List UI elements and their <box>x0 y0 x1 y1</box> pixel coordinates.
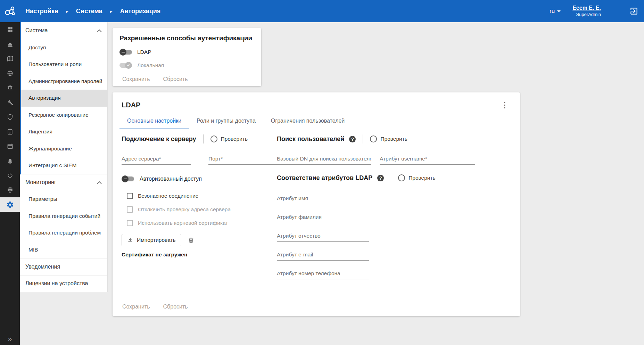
rail-item-map[interactable] <box>0 51 20 66</box>
sidebar-item-parameters[interactable]: Параметры <box>20 191 107 208</box>
ldap-tabs: Основные настройки Роли и группы доступа… <box>113 113 520 129</box>
language-selector[interactable]: ru <box>550 8 561 15</box>
delete-certificate-button[interactable] <box>188 237 195 244</box>
rail-item-infrastructure[interactable] <box>0 81 20 95</box>
rail-item-web[interactable] <box>0 66 20 81</box>
first-name-attribute-input[interactable] <box>277 191 369 204</box>
sidebar-section-device-licenses[interactable]: Лицензии на устройства <box>20 275 107 292</box>
wrench-icon <box>7 99 14 106</box>
breadcrumb-arrow-icon: ► <box>109 9 113 14</box>
attr-mapping-title: Соответствие атрибутов LDAP <box>277 174 372 182</box>
rail-item-power[interactable] <box>0 168 20 183</box>
download-icon <box>127 237 133 243</box>
sidebar-section-monitoring[interactable]: Мониторинг <box>20 174 107 191</box>
save-button[interactable]: Сохранить <box>122 302 151 311</box>
logout-icon <box>629 7 638 16</box>
certificate-import-row: Импортировать <box>122 234 276 246</box>
sidebar: Система Доступ Пользователи и роли Админ… <box>20 22 108 292</box>
rail-item-calendar[interactable] <box>0 139 20 154</box>
ldap-toggle[interactable] <box>119 50 132 55</box>
last-name-attribute-input[interactable] <box>277 210 369 223</box>
authorized-access-toggle[interactable] <box>122 176 134 181</box>
breadcrumb-authorization[interactable]: Авторизация <box>120 8 161 15</box>
logout-button[interactable] <box>629 7 638 16</box>
sidebar-item-mib[interactable]: MIB <box>20 241 107 258</box>
kebab-menu-icon[interactable]: ⋮ <box>499 101 510 109</box>
disable-address-check-checkbox <box>127 206 133 213</box>
printer-icon <box>7 187 14 194</box>
secure-connection-checkbox[interactable] <box>127 193 133 199</box>
port-input[interactable] <box>208 151 278 165</box>
phone-attribute-input[interactable] <box>277 266 369 279</box>
root-certificate-row: Использовать корневой сертификат <box>122 216 276 230</box>
ldap-card-title: LDAP <box>122 101 140 109</box>
username-attribute-input[interactable] <box>380 151 475 165</box>
help-icon[interactable]: ? <box>349 136 356 142</box>
sidebar-item-siem-integration[interactable]: Интеграция с SIEM <box>20 157 107 174</box>
connection-checkboxes: Безопасное соединение Отключить проверку… <box>122 189 276 230</box>
disable-address-check-row: Отключить проверку адреса сервера <box>122 203 276 216</box>
sidebar-item-license[interactable]: Лицензия <box>20 123 107 140</box>
sidebar-item-users-roles[interactable]: Пользователи и роли <box>20 56 107 73</box>
sidebar-item-backup[interactable]: Резервное копирование <box>20 107 107 124</box>
attr-mapping-fields <box>277 191 499 279</box>
base-dn-input[interactable] <box>277 151 371 165</box>
email-attribute-input[interactable] <box>277 247 369 261</box>
rail-item-alerts[interactable] <box>0 37 20 51</box>
rail-item-settings[interactable] <box>0 197 20 212</box>
rail-item-devices[interactable] <box>0 183 20 197</box>
sidebar-item-problem-rules[interactable]: Правила генерации проблем <box>20 224 107 241</box>
rail-item-notifications[interactable] <box>0 154 20 168</box>
rail-item-dashboard[interactable] <box>0 22 20 37</box>
sidebar-item-password-admin[interactable]: Администрирование паролей <box>20 73 107 90</box>
rail-item-security[interactable] <box>0 110 20 124</box>
tab-roles-groups[interactable]: Роли и группы доступа <box>189 113 263 129</box>
authorized-access-row: Авторизованный доступ <box>122 174 276 184</box>
breadcrumb-system[interactable]: Система <box>76 8 102 15</box>
server-address-input[interactable] <box>122 151 191 165</box>
sidebar-section-label: Лицензии на устройства <box>25 280 88 287</box>
user-menu[interactable]: Eccm E. E. SuperAdmin <box>572 5 601 17</box>
rail-item-tasks[interactable] <box>0 124 20 139</box>
breadcrumb-settings[interactable]: Настройки <box>25 8 58 15</box>
trash-icon <box>188 237 195 244</box>
tab-main-settings[interactable]: Основные настройки <box>119 113 189 129</box>
help-icon[interactable]: ? <box>377 175 384 181</box>
connection-check-label: Проверить <box>221 136 248 142</box>
shield-icon <box>7 114 14 121</box>
user-name[interactable]: Eccm E. E. <box>572 5 601 11</box>
alerts-icon <box>7 41 14 48</box>
middle-name-attribute-input[interactable] <box>277 229 369 242</box>
rail-expand-button[interactable]: » <box>0 335 20 343</box>
attr-mapping-check-radio[interactable] <box>398 174 405 181</box>
sidebar-item-access[interactable]: Доступ <box>20 39 107 56</box>
connection-check-radio[interactable] <box>210 135 217 142</box>
gear-icon <box>6 201 14 208</box>
sidebar-section-notifications[interactable]: Уведомления <box>20 258 107 275</box>
connection-header: Подключение к серверу Проверить <box>122 131 276 147</box>
reset-button[interactable]: Сбросить <box>163 302 189 311</box>
toggle-minus-icon <box>122 175 129 182</box>
calendar-icon <box>7 143 14 150</box>
auth-card-actions: Сохранить Сбросить <box>122 75 254 84</box>
user-search-title: Поиск пользователей <box>277 135 344 143</box>
user-search-check-radio[interactable] <box>370 135 377 142</box>
map-icon <box>7 55 14 62</box>
sidebar-section-system[interactable]: Система <box>20 22 107 39</box>
sidebar-item-event-rules[interactable]: Правила генерации событий <box>20 208 107 225</box>
root-certificate-checkbox <box>127 220 133 226</box>
vertical-divider <box>203 134 204 143</box>
rail-item-tools[interactable] <box>0 95 20 110</box>
ldap-card: LDAP ⋮ Основные настройки Роли и группы … <box>113 92 520 316</box>
app-logo[interactable] <box>0 6 20 16</box>
tab-user-restrictions[interactable]: Ограничения пользователей <box>263 113 352 129</box>
sidebar-item-logging[interactable]: Журналирование <box>20 140 107 157</box>
authorized-access-label: Авторизованный доступ <box>140 176 202 182</box>
save-button[interactable]: Сохранить <box>122 75 151 84</box>
sidebar-item-authorization[interactable]: Авторизация <box>20 90 107 107</box>
chevron-down-icon <box>557 10 561 12</box>
user-search-header: Поиск пользователей ? Проверить <box>277 131 499 147</box>
reset-button[interactable]: Сбросить <box>163 75 189 84</box>
ldap-toggle-label: LDAP <box>137 49 151 55</box>
import-button[interactable]: Импортировать <box>122 234 181 246</box>
